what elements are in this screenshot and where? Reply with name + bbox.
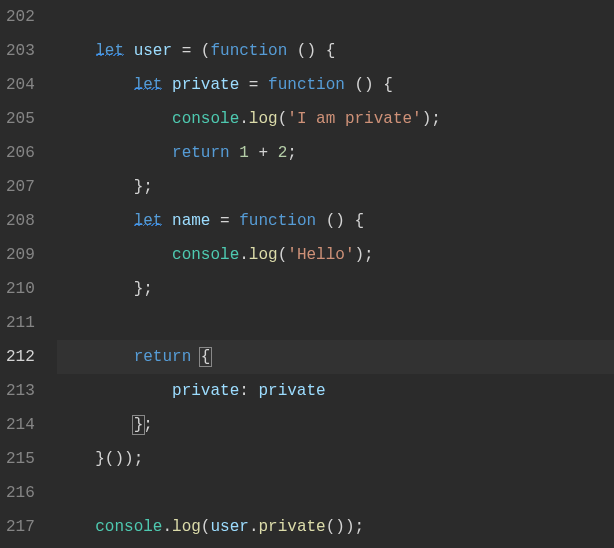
line-number: 214: [6, 408, 35, 442]
keyword-let: let: [134, 76, 163, 94]
bracket-match: {: [199, 347, 213, 367]
identifier: private: [258, 382, 325, 400]
code-line[interactable]: let private = function () {: [57, 68, 614, 102]
code-line[interactable]: return 1 + 2;: [57, 136, 614, 170]
line-number: 207: [6, 170, 35, 204]
code-line[interactable]: let name = function () {: [57, 204, 614, 238]
line-number-active: 212: [6, 340, 35, 374]
number-literal: 2: [278, 144, 288, 162]
code-line-active[interactable]: return {: [57, 340, 614, 374]
keyword-function: function: [268, 76, 345, 94]
line-number: 206: [6, 136, 35, 170]
method-call: private: [258, 518, 325, 536]
code-line[interactable]: [57, 0, 614, 34]
console-object: console: [95, 518, 162, 536]
identifier: user: [210, 518, 248, 536]
code-line[interactable]: [57, 306, 614, 340]
log-method: log: [172, 518, 201, 536]
line-number: 204: [6, 68, 35, 102]
log-method: log: [249, 246, 278, 264]
code-line[interactable]: };: [57, 170, 614, 204]
line-number: 216: [6, 476, 35, 510]
line-number: 203: [6, 34, 35, 68]
code-line[interactable]: };: [57, 408, 614, 442]
code-line[interactable]: };: [57, 272, 614, 306]
identifier: user: [134, 42, 172, 60]
code-content[interactable]: let user = (function () { let private = …: [53, 0, 614, 548]
console-object: console: [172, 246, 239, 264]
line-number: 213: [6, 374, 35, 408]
line-number: 210: [6, 272, 35, 306]
property-key: private: [172, 382, 239, 400]
log-method: log: [249, 110, 278, 128]
code-line[interactable]: private: private: [57, 374, 614, 408]
code-line[interactable]: console.log('I am private');: [57, 102, 614, 136]
console-object: console: [172, 110, 239, 128]
code-editor[interactable]: 202 203 204 205 206 207 208 209 210 211 …: [0, 0, 614, 548]
code-line[interactable]: let user = (function () {: [57, 34, 614, 68]
line-number: 209: [6, 238, 35, 272]
keyword-let: let: [134, 212, 163, 230]
line-number: 205: [6, 102, 35, 136]
keyword-function: function: [239, 212, 316, 230]
line-number: 202: [6, 0, 35, 34]
code-line[interactable]: [57, 476, 614, 510]
number-literal: 1: [239, 144, 249, 162]
keyword-let: let: [95, 42, 124, 60]
line-number-gutter: 202 203 204 205 206 207 208 209 210 211 …: [0, 0, 53, 548]
code-line[interactable]: console.log(user.private());: [57, 510, 614, 544]
code-line[interactable]: console.log('Hello');: [57, 238, 614, 272]
string-literal: 'I am private': [287, 110, 421, 128]
keyword-return: return: [172, 144, 230, 162]
line-number: 211: [6, 306, 35, 340]
identifier: name: [172, 212, 210, 230]
line-number: 208: [6, 204, 35, 238]
line-number: 215: [6, 442, 35, 476]
keyword-function: function: [210, 42, 287, 60]
line-number: 217: [6, 510, 35, 544]
string-literal: 'Hello': [287, 246, 354, 264]
code-line[interactable]: }());: [57, 442, 614, 476]
keyword-return: return: [134, 348, 192, 366]
identifier: private: [172, 76, 239, 94]
